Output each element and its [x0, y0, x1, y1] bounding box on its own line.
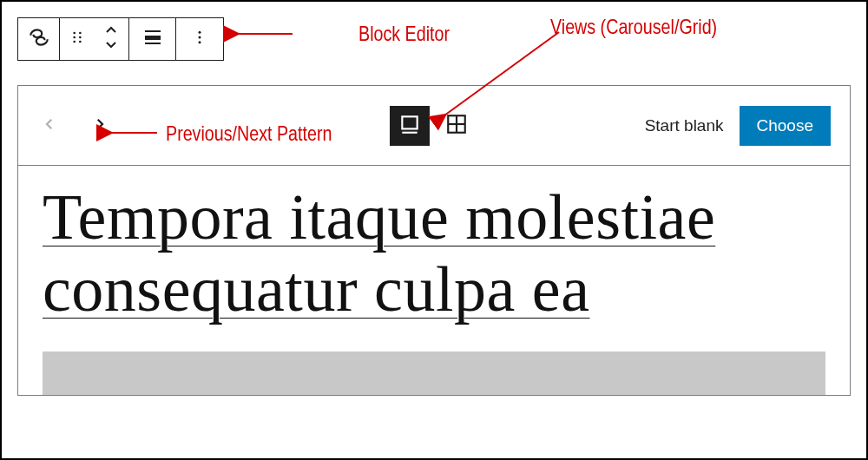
svg-point-4	[73, 41, 76, 43]
svg-rect-12	[402, 116, 417, 128]
pattern-preview: Tempora itaque molestiae consequatur cul…	[18, 166, 850, 395]
drag-handle-icon	[69, 29, 86, 49]
grid-view-button[interactable]	[437, 106, 477, 146]
svg-point-9	[199, 31, 201, 34]
svg-point-2	[73, 36, 76, 39]
drag-handle-button[interactable]	[60, 29, 95, 49]
move-up-down-icon	[103, 25, 119, 53]
block-type-button[interactable]	[18, 18, 60, 60]
next-pattern-button[interactable]	[88, 114, 112, 138]
carousel-view-icon	[398, 113, 421, 139]
svg-point-10	[199, 36, 201, 39]
query-loop-icon	[28, 26, 50, 52]
align-button[interactable]	[129, 18, 176, 60]
grid-view-icon	[445, 113, 468, 139]
svg-point-11	[199, 41, 201, 43]
pattern-nav	[37, 114, 112, 138]
choose-button[interactable]: Choose	[740, 106, 832, 146]
align-icon	[142, 27, 163, 51]
svg-point-5	[79, 41, 82, 43]
annotation-label: Views (Carousel/Grid)	[550, 15, 717, 38]
svg-point-3	[79, 36, 82, 39]
annotation-block-editor: Block Editor	[301, 22, 450, 45]
chevron-right-icon	[92, 116, 108, 135]
annotation-views: Views (Carousel/Grid)	[550, 15, 717, 38]
more-options-button[interactable]	[176, 18, 223, 60]
view-switcher	[390, 106, 477, 146]
pattern-panel: Start blank Choose Tempora itaque molest…	[17, 85, 851, 396]
carousel-view-button[interactable]	[390, 106, 430, 146]
svg-point-0	[73, 32, 76, 35]
annotation-label: Block Editor	[358, 22, 450, 45]
placeholder-block	[43, 352, 825, 395]
start-blank-button[interactable]: Start blank	[645, 116, 724, 135]
block-toolbar	[17, 17, 224, 61]
svg-rect-7	[145, 36, 161, 40]
svg-point-1	[79, 32, 82, 35]
move-button[interactable]	[95, 25, 129, 53]
pattern-panel-header: Start blank Choose	[18, 86, 850, 166]
page-title[interactable]: Tempora itaque molestiae consequatur cul…	[43, 181, 825, 325]
chevron-left-icon	[42, 116, 57, 135]
more-options-icon	[191, 29, 208, 49]
prev-pattern-button[interactable]	[37, 114, 62, 138]
